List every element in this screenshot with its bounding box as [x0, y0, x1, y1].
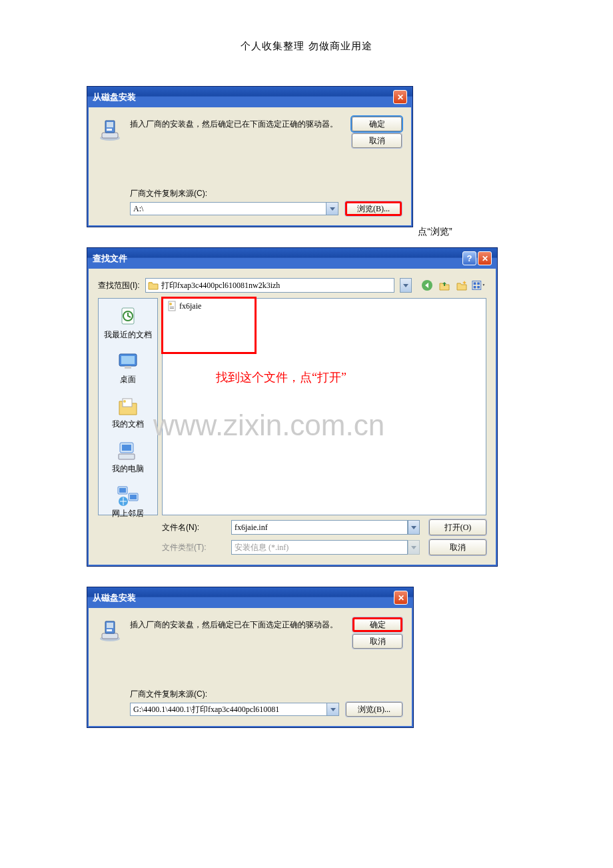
browse-button[interactable]: 浏览(B)... [345, 201, 402, 216]
view-menu-icon[interactable] [472, 278, 486, 293]
svg-rect-3 [107, 122, 113, 127]
svg-rect-26 [169, 301, 175, 311]
mydocs-icon [117, 395, 139, 417]
filename-combo[interactable] [231, 520, 420, 535]
places-mydocs-label: 我的文档 [112, 419, 144, 430]
instruction-text: 插入厂商的安装盘，然后确定已在下面选定正确的驱动器。 [130, 117, 344, 130]
source-dropdown-icon[interactable] [326, 202, 338, 215]
inf-file-icon [167, 301, 177, 311]
recent-docs-icon [117, 305, 139, 328]
filetype-label: 文件类型(T): [162, 542, 222, 553]
look-in-label: 查找范围(I): [98, 280, 140, 291]
close-icon[interactable]: ✕ [478, 251, 492, 265]
source-dropdown-icon[interactable] [327, 703, 339, 716]
annotation-find-file: 找到这个文件，点“打开” [216, 369, 346, 385]
svg-rect-31 [102, 633, 118, 639]
browse-button[interactable]: 浏览(B)... [346, 702, 402, 717]
svg-rect-34 [107, 629, 112, 631]
svg-rect-7 [474, 282, 476, 285]
network-icon [117, 484, 139, 507]
source-label: 厂商文件复制来源(C): [130, 689, 402, 700]
svg-rect-29 [170, 308, 174, 309]
desktop-icon [117, 350, 139, 373]
svg-rect-9 [474, 286, 476, 289]
svg-rect-28 [170, 307, 174, 307]
up-folder-icon[interactable] [437, 278, 452, 293]
dialog-title: 从磁盘安装 [93, 592, 136, 604]
ok-button[interactable]: 确定 [352, 617, 402, 632]
places-mycomputer-label: 我的电脑 [112, 463, 144, 475]
source-input[interactable] [130, 703, 327, 716]
dialog-title: 从磁盘安装 [93, 91, 136, 103]
cancel-button[interactable]: 取消 [429, 539, 486, 555]
places-mycomputer[interactable]: 我的电脑 [112, 439, 144, 475]
svg-rect-20 [119, 454, 135, 459]
places-desktop[interactable]: 桌面 [117, 350, 139, 385]
install-from-disk-dialog-2: 从磁盘安装 ✕ 插入厂商的安装盘，然后确定已在下面选定正确的驱动器。 确定 取消… [87, 587, 414, 728]
folder-icon [148, 281, 159, 290]
install-from-disk-dialog-1: 从磁盘安装 ✕ 插入厂商的安装盘，然后确定已在下面选定正确的驱动器。 确定 取消… [87, 86, 413, 227]
svg-rect-10 [477, 286, 480, 289]
annotation-click-browse: 点“浏览” [418, 226, 452, 238]
ok-button[interactable]: 确定 [352, 117, 402, 131]
places-recent[interactable]: 我最近的文档 [104, 305, 152, 341]
places-network-label: 网上邻居 [112, 508, 144, 519]
help-icon[interactable]: ? [462, 251, 476, 265]
source-input[interactable] [130, 202, 326, 215]
svg-rect-33 [107, 623, 113, 628]
page-header: 个人收集整理 勿做商业用途 [0, 40, 613, 53]
mycomputer-icon [117, 439, 139, 462]
close-icon[interactable]: ✕ [394, 591, 408, 605]
filetype-combo [231, 540, 420, 555]
file-item-label: fx6jaie [179, 301, 201, 311]
filename-input[interactable] [231, 520, 408, 535]
svg-rect-19 [122, 445, 131, 451]
dialog-title: 查找文件 [93, 253, 127, 265]
svg-rect-14 [121, 356, 135, 364]
places-mydocs[interactable]: 我的文档 [112, 395, 144, 430]
cancel-button[interactable]: 取消 [352, 133, 402, 148]
svg-rect-15 [125, 366, 131, 369]
look-in-dropdown-arrow-icon[interactable] [400, 278, 412, 293]
titlebar: 从磁盘安装 ✕ [87, 587, 413, 608]
source-label: 厂商文件复制来源(C): [130, 188, 402, 199]
svg-rect-22 [119, 488, 126, 493]
instruction-text: 插入厂商的安装盘，然后确定已在下面选定正确的驱动器。 [130, 617, 344, 631]
svg-rect-16 [123, 399, 132, 407]
new-folder-icon[interactable] [454, 278, 469, 293]
install-disk-icon [98, 619, 122, 643]
places-bar: 我最近的文档 桌面 我的文档 我的电脑 [98, 298, 158, 515]
back-icon[interactable] [420, 278, 434, 293]
titlebar: 查找文件 ? ✕ [87, 248, 497, 269]
places-recent-label: 我最近的文档 [104, 329, 152, 341]
svg-point-17 [123, 400, 126, 403]
places-network[interactable]: 网上邻居 [112, 484, 144, 519]
look-in-value: 打印fxap3c4400pcl610081nw2k3izh [161, 280, 281, 291]
filetype-dropdown-icon [408, 540, 420, 555]
filename-label: 文件名(N): [162, 522, 222, 533]
file-item-fx6jaie[interactable]: fx6jaie [167, 301, 201, 311]
svg-rect-4 [107, 129, 112, 131]
svg-rect-8 [477, 282, 480, 285]
look-in-dropdown[interactable]: 打印fxap3c4400pcl610081nw2k3izh [145, 278, 394, 293]
find-file-dialog: 查找文件 ? ✕ 查找范围(I): 打印fxap3c4400pcl610081n… [87, 247, 498, 567]
dialog-row-1: 从磁盘安装 ✕ 插入厂商的安装盘，然后确定已在下面选定正确的驱动器。 确定 取消… [87, 86, 526, 247]
open-button[interactable]: 打开(O) [429, 519, 486, 535]
close-icon[interactable]: ✕ [393, 90, 407, 104]
svg-rect-24 [130, 495, 137, 499]
filetype-input [231, 540, 408, 555]
svg-rect-1 [102, 133, 118, 138]
file-list-pane[interactable]: fx6jaie 找到这个文件，点“打开” [162, 298, 486, 515]
svg-point-27 [169, 303, 172, 305]
places-desktop-label: 桌面 [120, 374, 136, 385]
titlebar: 从磁盘安装 ✕ [87, 87, 412, 107]
install-disk-icon [98, 118, 122, 142]
filename-dropdown-icon[interactable] [408, 520, 420, 535]
cancel-button[interactable]: 取消 [352, 634, 402, 649]
